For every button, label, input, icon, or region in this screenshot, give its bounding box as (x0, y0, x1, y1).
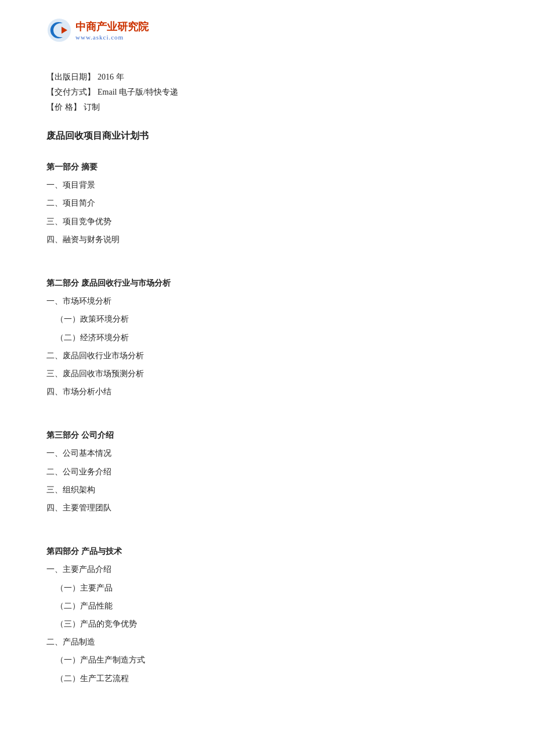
toc-4-1-3: （三）产品的竞争优势 (46, 617, 488, 631)
toc-4-2-1: （一）产品生产制造方式 (46, 653, 488, 667)
toc-2-1-2: （二）经济环境分析 (46, 330, 488, 345)
toc-2-3: 三、废品回收市场预测分析 (46, 366, 488, 381)
toc-4-1-1: （一）主要产品 (46, 581, 488, 595)
section-3-header: 第三部分 公司介绍 (46, 428, 488, 442)
price-value: 订制 (84, 102, 100, 113)
meta-section: 【出版日期】 2016 年 【交付方式】 Email 电子版/特快专递 【价 格… (46, 72, 488, 113)
toc-2-1: 一、市场环境分析 (46, 294, 488, 308)
spacer-1 (46, 250, 488, 262)
document-title: 废品回收项目商业计划书 (46, 130, 488, 142)
delivery-value: Email 电子版/特快专递 (98, 87, 178, 98)
toc-4-1: 一、主要产品介绍 (46, 562, 488, 577)
toc-2-4: 四、市场分析小结 (46, 384, 488, 399)
toc-3-1: 一、公司基本情况 (46, 446, 488, 460)
publish-value: 2016 年 (98, 72, 124, 82)
price-label: 【价 格】 (46, 102, 81, 113)
section-4-header: 第四部分 产品与技术 (46, 544, 488, 559)
toc-1-3: 三、项目竞争优势 (46, 214, 488, 229)
logo-sub-text: www.askci.com (75, 34, 149, 41)
toc-1-1: 一、项目背景 (46, 178, 488, 192)
delivery-label: 【交付方式】 (46, 87, 95, 98)
toc-4-2: 二、产品制造 (46, 635, 488, 649)
spacer-3 (46, 519, 488, 530)
toc-1-4: 四、融资与财务说明 (46, 232, 488, 247)
toc-1-2: 二、项目简介 (46, 196, 488, 210)
meta-delivery: 【交付方式】 Email 电子版/特快专递 (46, 87, 488, 98)
logo-text: 中商产业研究院 www.askci.com (75, 20, 149, 41)
section-2-header: 第二部分 废品回收行业与市场分析 (46, 276, 488, 290)
toc-4-2-2: （二）生产工艺流程 (46, 671, 488, 686)
toc-2-2: 二、废品回收行业市场分析 (46, 348, 488, 363)
toc-4-1-2: （二）产品性能 (46, 599, 488, 613)
logo-icon (46, 17, 72, 43)
toc-3-2: 二、公司业务介绍 (46, 465, 488, 479)
meta-publish: 【出版日期】 2016 年 (46, 72, 488, 82)
section-1-header: 第一部分 摘要 (46, 160, 488, 174)
logo-container: 中商产业研究院 www.askci.com (46, 17, 149, 43)
publish-label: 【出版日期】 (46, 72, 95, 82)
toc-container: 第一部分 摘要 一、项目背景 二、项目简介 三、项目竞争优势 四、融资与财务说明… (46, 160, 488, 686)
meta-price: 【价 格】 订制 (46, 102, 488, 113)
toc-3-4: 四、主要管理团队 (46, 501, 488, 515)
toc-2-1-1: （一）政策环境分析 (46, 312, 488, 326)
page-header: 中商产业研究院 www.askci.com (46, 17, 488, 49)
spacer-2 (46, 402, 488, 414)
logo-main-text: 中商产业研究院 (75, 20, 149, 34)
toc-3-3: 三、组织架构 (46, 483, 488, 497)
